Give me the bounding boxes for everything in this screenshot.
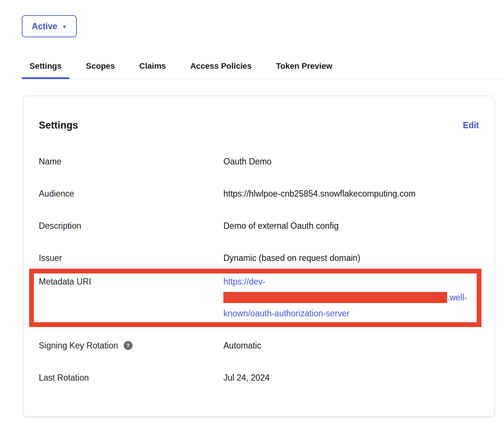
field-row-description: Description Demo of external Oauth confi… <box>39 220 479 231</box>
status-label: Active <box>32 21 57 31</box>
field-row-signing-key-rotation: Signing Key Rotation ? Automatic <box>39 340 479 351</box>
edit-link[interactable]: Edit <box>463 120 479 131</box>
field-label: Last Rotation <box>39 372 223 383</box>
card-header: Settings Edit <box>39 119 479 132</box>
field-value: Dynamic (based on request domain) <box>223 252 360 263</box>
field-value: Jul 24, 2024 <box>223 372 270 383</box>
tab-settings[interactable]: Settings <box>22 55 69 79</box>
field-row-audience: Audience https://hlwlpoe-cnb25854.snowfl… <box>39 188 479 199</box>
field-label: Description <box>39 220 223 231</box>
field-row-name: Name Oauth Demo <box>39 156 479 167</box>
field-value: Oauth Demo <box>223 156 271 167</box>
settings-field-list: Name Oauth Demo Audience https://hlwlpoe… <box>39 156 479 383</box>
chevron-down-icon: ▼ <box>62 24 67 29</box>
field-label: Issuer <box>39 252 223 263</box>
help-question-icon[interactable]: ? <box>124 341 133 350</box>
metadata-uri-link-line1[interactable]: https://dev- <box>223 274 467 290</box>
tab-claims[interactable]: Claims <box>131 55 174 79</box>
tab-access-policies[interactable]: Access Policies <box>182 55 259 79</box>
tab-token-preview[interactable]: Token Preview <box>268 55 340 79</box>
field-value: Automatic <box>223 340 261 351</box>
field-value: https://hlwlpoe-cnb25854.snowflakecomput… <box>223 188 415 199</box>
field-label: Metadata URI <box>39 274 223 290</box>
redaction-bar <box>223 292 447 303</box>
metadata-uri-value: https://dev- .well- known/oauth-authoriz… <box>223 274 467 322</box>
metadata-uri-link-line3[interactable]: known/oauth-authorization-server <box>223 306 467 322</box>
field-label-with-help: Signing Key Rotation ? <box>39 340 223 351</box>
status-dropdown-button[interactable]: Active ▼ <box>22 15 77 37</box>
tab-scopes[interactable]: Scopes <box>78 55 123 79</box>
field-row-issuer: Issuer Dynamic (based on request domain) <box>39 252 479 263</box>
field-value: Demo of external Oauth config <box>223 220 339 231</box>
metadata-uri-link-line2[interactable]: .well- <box>223 290 467 306</box>
tab-bar: Settings Scopes Claims Access Policies T… <box>22 55 504 79</box>
field-label: Signing Key Rotation <box>39 340 118 351</box>
settings-card: Settings Edit Name Oauth Demo Audience h… <box>23 96 495 417</box>
field-row-metadata-uri: Metadata URI https://dev- .well- known/o… <box>39 274 479 322</box>
field-row-last-rotation: Last Rotation Jul 24, 2024 <box>39 372 479 383</box>
field-label: Audience <box>39 188 223 199</box>
metadata-uri-link-line2-text: .well- <box>447 293 467 302</box>
field-label: Name <box>39 156 223 167</box>
card-title: Settings <box>39 119 78 132</box>
